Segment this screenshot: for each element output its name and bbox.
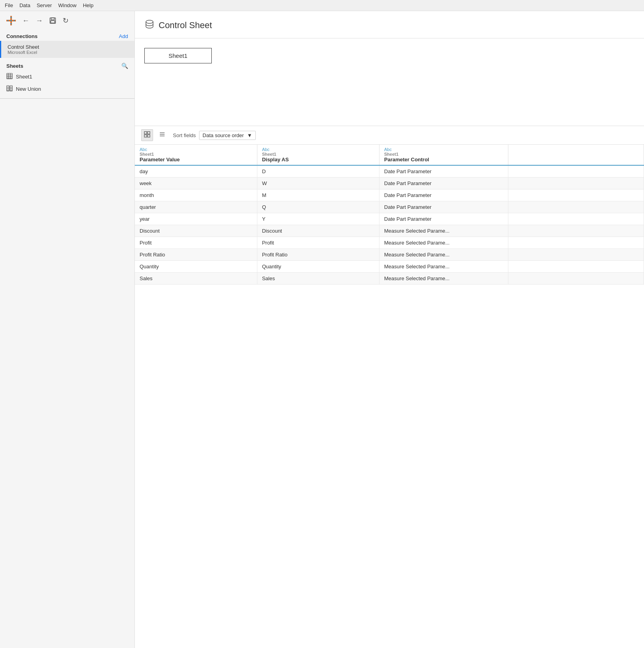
svg-rect-4 [10,20,12,21]
table-cell: M [257,189,379,201]
svg-rect-27 [144,132,147,134]
app-layout: ← → ↻ Connections Add Control Sheet Micr… [0,11,644,648]
table-cell: Quantity [257,261,379,273]
datasource-icon [144,19,155,32]
svg-point-7 [7,20,9,21]
table-cell: Measure Selected Parame... [379,237,508,249]
table-row: monthMDate Part Parameter [135,189,644,201]
svg-rect-11 [51,21,55,23]
table-cell-empty [508,237,644,249]
table-cell: Measure Selected Parame... [379,249,508,261]
svg-rect-29 [144,135,147,137]
col-header-2: Abc Sheet1 Parameter Control [379,145,508,165]
sidebar-divider [0,98,134,99]
table-row: dayDDate Part Parameter [135,165,644,178]
sheet-item-sheet1[interactable]: Sheet1 [0,71,134,83]
table-cell-empty [508,165,644,178]
main-content: Control Sheet Sheet1 [135,11,644,648]
content-header: Control Sheet [135,11,644,38]
table-cell-empty [508,213,644,225]
data-area: Sort fields Data source order ▼ Abc Shee… [135,126,644,648]
refresh-button[interactable]: ↻ [61,15,70,26]
table-row: DiscountDiscountMeasure Selected Parame.… [135,225,644,237]
table-cell: week [135,178,257,189]
table-cell-empty [508,201,644,213]
table-cell: Sales [135,273,257,285]
sheet-item-new-union[interactable]: New Union [0,83,134,95]
table-cell: D [257,165,379,178]
table-cell: Measure Selected Parame... [379,261,508,273]
table-cell: month [135,189,257,201]
col-header-empty [508,145,644,165]
table-cell-empty [508,178,644,189]
table-cell-empty [508,261,644,273]
table-row: weekWDate Part Parameter [135,178,644,189]
sort-toolbar: Sort fields Data source order ▼ [135,126,644,145]
table-cell: day [135,165,257,178]
col-type-0: Abc [140,147,252,152]
col-name-1: Display AS [262,157,374,162]
table-row: QuantityQuantityMeasure Selected Parame.… [135,261,644,273]
tableau-logo [5,14,17,27]
menu-server[interactable]: Server [36,2,52,8]
col-source-0: Sheet1 [140,152,252,157]
table-icon [6,73,13,80]
table-cell: Sales [257,273,379,285]
table-cell: Date Part Parameter [379,189,508,201]
table-cell: Profit Ratio [257,249,379,261]
table-cell-empty [508,249,644,261]
table-row: quarterQDate Part Parameter [135,201,644,213]
add-connection-button[interactable]: Add [119,33,128,39]
search-sheets-button[interactable]: 🔍 [121,63,128,69]
col-header-1: Abc Sheet1 Display AS [257,145,379,165]
table-row: ProfitProfitMeasure Selected Parame... [135,237,644,249]
sheet1-label: Sheet1 [16,74,32,80]
table-cell-empty [508,189,644,201]
connection-item[interactable]: Control Sheet Microsoft Excel [0,41,134,58]
connection-type: Microsoft Excel [8,50,128,55]
col-source-2: Sheet1 [384,152,503,157]
grid-view-button[interactable] [141,129,153,141]
sheet-card[interactable]: Sheet1 [144,48,212,63]
table-cell: Date Part Parameter [379,201,508,213]
sidebar: ← → ↻ Connections Add Control Sheet Micr… [0,11,135,648]
sort-dropdown[interactable]: Data source order ▼ [199,131,256,140]
col-type-2: Abc [384,147,503,152]
sheets-section-header: Sheets 🔍 [0,58,134,71]
table-cell: Date Part Parameter [379,213,508,225]
list-view-button[interactable] [156,129,168,141]
menubar: File Data Server Window Help [0,0,644,11]
save-button[interactable] [48,16,58,25]
svg-rect-10 [51,18,54,20]
table-cell: Discount [257,225,379,237]
table-cell: Y [257,213,379,225]
menu-file[interactable]: File [5,2,13,8]
table-cell: W [257,178,379,189]
svg-point-8 [13,20,15,21]
table-cell: Q [257,201,379,213]
menu-window[interactable]: Window [58,2,77,8]
forward-button[interactable]: → [34,16,44,26]
table-cell: quarter [135,201,257,213]
menu-data[interactable]: Data [19,2,30,8]
table-cell: Date Part Parameter [379,178,508,189]
connection-name: Control Sheet [8,44,128,50]
data-table-wrapper[interactable]: Abc Sheet1 Parameter Value Abc Sheet1 Di… [135,145,644,648]
menu-help[interactable]: Help [83,2,94,8]
sheets-label: Sheets [6,63,23,69]
page-title: Control Sheet [159,20,212,31]
table-cell-empty [508,225,644,237]
table-cell: Quantity [135,261,257,273]
connections-label: Connections [6,33,38,39]
col-name-0: Parameter Value [140,157,252,162]
table-body: dayDDate Part ParameterweekWDate Part Pa… [135,165,644,285]
back-button[interactable]: ← [21,16,31,26]
sort-value: Data source order [203,132,244,138]
sort-fields-label: Sort fields [173,132,196,138]
sidebar-toolbar: ← → ↻ [0,11,134,30]
svg-rect-28 [148,132,150,134]
table-row: yearYDate Part Parameter [135,213,644,225]
chevron-down-icon: ▼ [247,132,252,138]
table-cell: Discount [135,225,257,237]
table-row: Profit RatioProfit RatioMeasure Selected… [135,249,644,261]
